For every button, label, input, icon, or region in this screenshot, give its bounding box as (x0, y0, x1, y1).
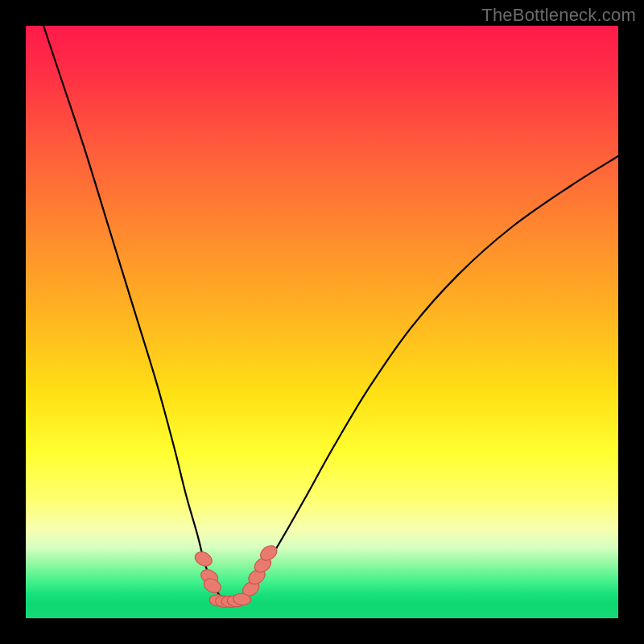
bead-markers (192, 543, 279, 608)
left-curve (43, 26, 227, 601)
right-curve (233, 156, 618, 601)
chart-svg (26, 26, 618, 618)
plot-area (26, 26, 618, 618)
bead-marker (192, 549, 214, 568)
outer-frame: TheBottleneck.com (0, 0, 644, 644)
watermark-text: TheBottleneck.com (481, 5, 636, 26)
